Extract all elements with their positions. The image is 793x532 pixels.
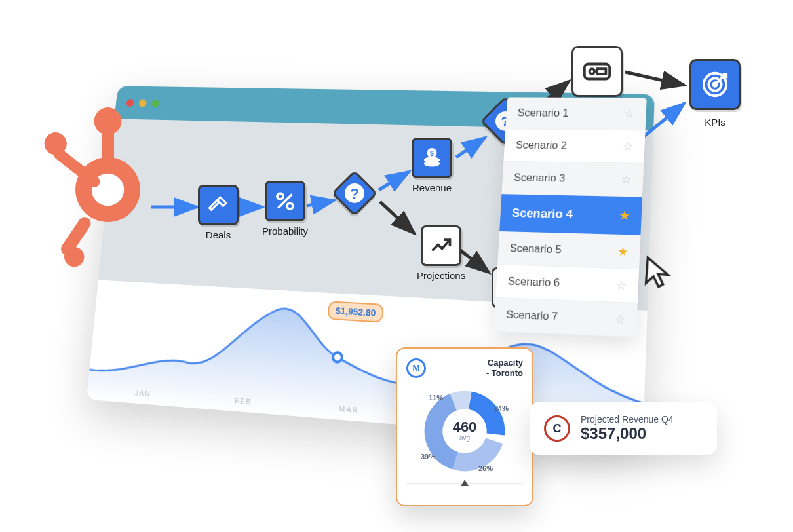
company-icon [582,56,612,86]
star-icon[interactable]: ☆ [624,107,635,121]
node-revenue[interactable]: $ Revenue [412,138,452,193]
scenario-label: Scenario 1 [517,107,569,120]
scenario-label: Scenario 5 [509,242,562,256]
month-label: FEB [235,396,252,406]
star-icon[interactable]: ☆ [615,278,627,293]
svg-point-20 [277,193,283,199]
node-deals[interactable]: Deals [198,185,239,240]
star-icon[interactable]: ☆ [614,312,625,327]
svg-rect-36 [597,69,606,74]
scenario-label: Scenario 2 [515,139,567,152]
node-label: Deals [206,229,231,240]
percent-icon [273,189,297,213]
svg-text:?: ? [350,185,359,202]
node-projections[interactable]: Projections [417,225,465,281]
seg-label: 24% [494,404,509,412]
scenario-list: Scenario 1☆ Scenario 2☆ Scenario 3☆ Scen… [493,97,647,337]
question-icon: ? [343,181,366,205]
scenario-row[interactable]: Scenario 6☆ [495,265,639,303]
badge-m: M [406,358,426,378]
cursor-icon [640,254,676,293]
star-icon[interactable]: ☆ [621,172,632,187]
scenario-row[interactable]: Scenario 5★ [497,232,640,269]
badge-c: C [544,415,570,442]
scenario-row-active[interactable]: Scenario 4★ [499,194,642,235]
star-icon[interactable]: ☆ [622,140,633,154]
star-icon[interactable]: ★ [619,208,630,223]
donut-label: avg [409,434,520,442]
revenue-value: $357,000 [581,425,674,443]
star-icon[interactable]: ★ [617,244,629,259]
node-label: KPIs [705,117,725,128]
seg-label: 11% [429,394,443,402]
node-kpis[interactable]: KPIs [689,59,741,128]
chart-tooltip: $1,952.80 [327,301,384,323]
scenario-label: Scenario 6 [507,275,560,290]
node-decision-1[interactable]: ? [338,177,371,210]
svg-line-18 [625,72,684,85]
node-probability[interactable]: Probability [262,181,308,237]
capacity-card: M Capacity- Toronto 460avg 11% 24% 26% 3… [396,347,533,506]
svg-point-8 [64,247,84,267]
scenario-label: Scenario 7 [506,308,558,323]
revenue-title: Projected Revenue Q4 [581,414,674,425]
svg-line-22 [279,195,292,208]
scenario-row[interactable]: Scenario 1☆ [505,97,647,130]
mini-axis [406,483,523,500]
svg-point-35 [590,69,595,74]
node-company-1[interactable] [571,46,623,97]
node-label: Probability [262,225,308,237]
scenario-label: Scenario 3 [514,171,566,185]
node-label: Projections [417,270,465,281]
hammer-icon [206,193,230,217]
svg-text:$: $ [430,149,434,157]
scenario-label: Scenario 4 [511,206,573,221]
seg-label: 26% [478,465,493,472]
svg-point-0 [333,352,343,362]
hubspot-logo-icon [39,85,164,282]
scenario-row[interactable]: Scenario 3☆ [501,162,644,197]
svg-point-21 [287,203,293,209]
svg-point-4 [94,107,122,135]
month-label: JAN [134,389,151,398]
scenario-row[interactable]: Scenario 7☆ [493,298,638,337]
seg-label: 39% [421,453,435,461]
scenario-row[interactable]: Scenario 2☆ [503,129,645,163]
donut-chart: 460avg 11% 24% 26% 39% [409,382,520,480]
revenue-card: C Projected Revenue Q4 $357,000 [530,402,717,455]
svg-point-6 [45,132,67,155]
capacity-title: Capacity- Toronto [486,358,523,378]
target-icon [700,69,730,100]
month-label: MAR [339,405,359,415]
coins-icon: $ [420,146,444,170]
trend-icon [429,234,453,257]
node-label: Revenue [412,182,452,193]
donut-value: 460 [453,419,477,435]
